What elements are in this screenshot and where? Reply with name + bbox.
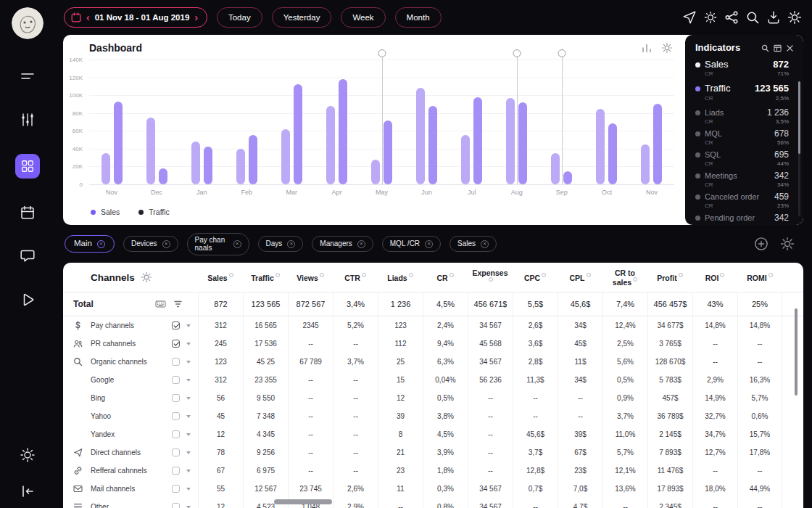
annotation-marker[interactable] — [558, 49, 566, 57]
table-row[interactable]: Other124 5231 0482,9%--0,8%34 567--4,7$-… — [63, 498, 803, 508]
indicator-item[interactable]: Liads1 236CR3,5% — [695, 107, 794, 126]
filter-chip[interactable]: Managers× — [312, 236, 373, 252]
remove-chip-icon[interactable]: × — [357, 240, 365, 248]
chevron-down-icon[interactable] — [186, 488, 191, 491]
table-row[interactable]: Bing569 550----120,5%------0,9%457$14,9%… — [63, 389, 803, 407]
table-vertical-scroll-thumb[interactable] — [795, 308, 798, 396]
remove-chip-icon[interactable]: × — [425, 240, 433, 248]
search-icon[interactable] — [745, 10, 760, 25]
indicators-table-icon[interactable] — [774, 44, 782, 52]
indicators-scrollbar[interactable] — [798, 81, 800, 216]
range-button-yesterday[interactable]: Yesterday — [272, 7, 332, 28]
row-checkbox[interactable] — [172, 503, 180, 508]
filters-settings-icon[interactable] — [780, 237, 795, 251]
table-row[interactable]: Mail channels5512 56723 7452,6%110,3%34 … — [63, 480, 803, 498]
indicator-item[interactable]: Meetings342CR34% — [695, 171, 794, 189]
chevron-down-icon[interactable] — [186, 343, 191, 345]
chevron-down-icon[interactable] — [186, 397, 191, 400]
menu-icon[interactable] — [18, 67, 37, 86]
range-button-today[interactable]: Today — [217, 7, 262, 28]
share-icon[interactable] — [724, 10, 739, 25]
table-settings-icon[interactable] — [141, 271, 152, 283]
column-header[interactable]: ROMI — [737, 273, 782, 282]
column-header[interactable]: Traffic — [243, 273, 288, 282]
row-checkbox[interactable] — [172, 394, 180, 402]
keyboard-icon[interactable] — [155, 300, 166, 308]
filter-chip[interactable]: Days× — [258, 236, 304, 252]
column-header[interactable]: Sales — [198, 273, 243, 282]
chart-type-icon[interactable] — [641, 42, 652, 54]
row-checkbox[interactable] — [172, 448, 180, 456]
indicator-item[interactable]: Pending order342 — [695, 213, 794, 224]
chevron-down-icon[interactable] — [186, 451, 191, 454]
indicator-item[interactable]: MQL678CR56% — [695, 128, 794, 147]
add-filter-icon[interactable] — [754, 237, 768, 251]
remove-chip-icon[interactable]: × — [97, 240, 105, 248]
filters-sliders-icon[interactable] — [18, 110, 37, 129]
row-checkbox[interactable] — [172, 321, 180, 329]
range-button-week[interactable]: Week — [341, 7, 385, 28]
filter-chip[interactable]: MQL /CR× — [382, 236, 441, 252]
filter-chip[interactable]: Sales× — [450, 236, 497, 252]
remove-chip-icon[interactable]: × — [162, 240, 170, 248]
row-checkbox[interactable] — [172, 467, 180, 475]
column-header[interactable]: Profit — [647, 273, 692, 282]
next-range-icon[interactable]: › — [194, 12, 198, 22]
table-row[interactable]: Yandex124 345----84,5%--45,6$39$11,0%2 1… — [63, 425, 803, 443]
chevron-down-icon[interactable] — [186, 379, 191, 382]
table-row[interactable]: Refferal cahnnels676 975----231,8%--12,8… — [63, 462, 803, 480]
app-logo[interactable] — [12, 7, 44, 39]
indicators-search-icon[interactable] — [761, 44, 769, 52]
table-row[interactable]: Pay channels31216 56523455,2%1232,4%34 5… — [63, 316, 803, 335]
chevron-down-icon[interactable] — [186, 433, 191, 436]
row-checkbox[interactable] — [172, 412, 180, 420]
date-range-picker[interactable]: ‹ 01 Nov 18 - 01 Aug 2019 › — [64, 7, 207, 28]
row-checkbox[interactable] — [172, 430, 180, 438]
filter-chip[interactable]: Devices× — [123, 236, 178, 252]
download-icon[interactable] — [766, 10, 781, 25]
prev-range-icon[interactable]: ‹ — [86, 12, 90, 22]
table-horizontal-scroll-thumb[interactable] — [274, 499, 332, 504]
indicators-close-icon[interactable] — [786, 44, 794, 52]
indicator-item[interactable]: SQL695CR44% — [695, 149, 794, 168]
theme-sun-icon[interactable] — [18, 446, 37, 464]
range-button-month[interactable]: Month — [395, 7, 442, 28]
chevron-down-icon[interactable] — [186, 506, 191, 508]
filter-chip[interactable]: Pay channaals× — [187, 233, 249, 255]
column-header[interactable]: Liads — [378, 273, 423, 282]
remove-chip-icon[interactable]: × — [233, 240, 241, 248]
row-checkbox[interactable] — [172, 358, 180, 366]
messages-icon[interactable] — [18, 247, 37, 266]
table-vertical-scrollbar[interactable] — [795, 308, 798, 483]
column-header[interactable]: CR — [423, 273, 468, 282]
indicators-scroll-thumb[interactable] — [798, 81, 800, 154]
table-row[interactable]: Yahoo457 348----393,8%------3,7%36 789$3… — [63, 407, 803, 425]
table-row[interactable]: Direct channels789 256----213,9%--3,7$67… — [63, 443, 803, 462]
chip-main[interactable]: Main × — [65, 235, 115, 252]
column-header[interactable]: CR to sales — [602, 269, 647, 287]
calendar-icon[interactable] — [18, 203, 37, 222]
column-header[interactable]: CTR — [333, 273, 378, 282]
column-header[interactable]: CPC — [513, 273, 558, 282]
column-header[interactable]: Views — [288, 273, 333, 282]
annotation-marker[interactable] — [378, 49, 386, 57]
send-icon[interactable] — [682, 10, 697, 25]
collapse-sidebar-icon[interactable] — [18, 482, 37, 501]
indicator-item[interactable]: Sales872CR71% — [695, 59, 794, 78]
table-row[interactable]: Google31223 355----150,04%56 23611,3$34$… — [63, 371, 803, 389]
table-row[interactable]: PR cahannels24517 536----1129,4%45 5683,… — [63, 335, 803, 353]
table-row[interactable]: Organic channels12345 2567 7893,7%256,3%… — [63, 353, 803, 371]
dashboard-icon[interactable] — [15, 154, 40, 179]
legend-item[interactable]: Sales — [91, 208, 120, 216]
remove-chip-icon[interactable]: × — [481, 240, 489, 248]
row-checkbox[interactable] — [172, 340, 180, 348]
chevron-down-icon[interactable] — [186, 415, 191, 418]
filter-icon[interactable] — [173, 300, 183, 308]
integrations-icon[interactable] — [703, 10, 718, 25]
indicator-item[interactable]: Canceled order459CR23% — [695, 192, 794, 210]
annotation-marker[interactable] — [513, 49, 521, 57]
row-checkbox[interactable] — [172, 376, 180, 384]
row-checkbox[interactable] — [172, 485, 180, 493]
play-icon[interactable] — [18, 290, 37, 309]
legend-item[interactable]: Traffic — [138, 208, 170, 216]
